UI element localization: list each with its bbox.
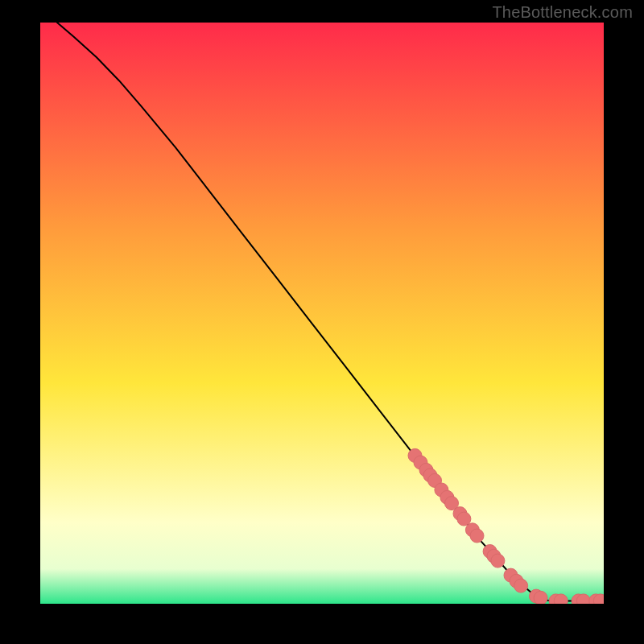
chart-stage: TheBottleneck.com	[0, 0, 644, 644]
watermark-text: TheBottleneck.com	[492, 3, 633, 22]
plot-svg	[40, 23, 604, 604]
data-marker	[470, 529, 484, 543]
data-marker	[576, 594, 590, 604]
data-marker	[514, 579, 528, 592]
gradient-background	[40, 23, 604, 604]
data-marker	[457, 512, 471, 526]
data-marker	[554, 594, 568, 604]
data-marker	[534, 591, 547, 604]
data-marker	[491, 554, 505, 568]
plot-area	[40, 23, 604, 604]
